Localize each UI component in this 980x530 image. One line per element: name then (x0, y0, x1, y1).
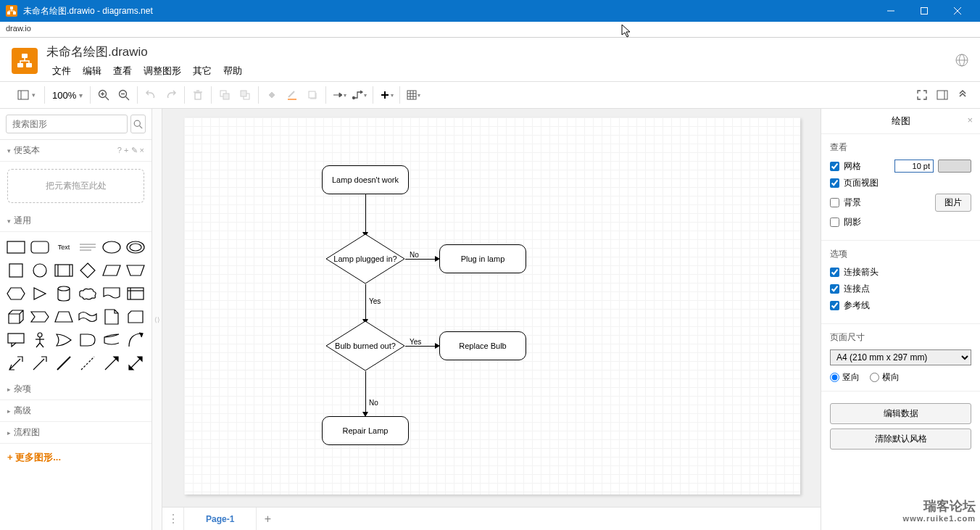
menu-view[interactable]: 查看 (107, 63, 138, 79)
edit-data-button[interactable]: 编辑数据 (830, 403, 971, 424)
shape-line-arrow[interactable] (102, 354, 122, 373)
delete-button[interactable] (188, 85, 208, 105)
menu-extras[interactable]: 其它 (187, 63, 217, 79)
shape-or[interactable] (54, 331, 73, 349)
canvas[interactable]: Lamp doesn't work Lamp plugged in? No Pl… (162, 109, 821, 507)
node-start[interactable]: Lamp doesn't work (322, 165, 409, 194)
node-plug-in[interactable]: Plug in lamp (439, 244, 526, 273)
scratchpad-header[interactable]: ▾便笺本 ? + ✎ × (0, 140, 151, 162)
shape-triangle[interactable] (30, 284, 49, 303)
page-tab-1[interactable]: Page-1 (184, 508, 257, 530)
shape-trapezoid[interactable] (54, 307, 73, 326)
shape-cloud[interactable] (78, 284, 97, 303)
more-shapes-button[interactable]: + 更多图形... (0, 444, 151, 471)
shape-cylinder[interactable] (54, 284, 73, 303)
shape-actor[interactable] (30, 331, 49, 349)
edge[interactable] (365, 284, 366, 320)
shape-link[interactable] (54, 354, 73, 373)
language-icon[interactable] (955, 54, 968, 69)
conn-arrows-checkbox[interactable] (830, 268, 839, 277)
edge[interactable] (405, 346, 436, 347)
minimize-button[interactable] (874, 0, 908, 22)
grid-size-input[interactable] (894, 160, 934, 173)
shape-note[interactable] (102, 307, 122, 326)
scratchpad-actions[interactable]: ? + ✎ × (117, 146, 144, 155)
shape-dashed[interactable] (78, 354, 97, 373)
shape-parallelogram[interactable] (102, 261, 122, 280)
shape-double-ellipse[interactable] (126, 238, 146, 257)
shape-card[interactable] (126, 307, 146, 326)
section-flowchart[interactable]: ▸流程图 (0, 422, 151, 444)
node-decision-plugged[interactable]: Lamp plugged in? (325, 233, 405, 284)
to-front-button[interactable] (215, 85, 235, 105)
section-advanced[interactable]: ▸高级 (0, 400, 151, 422)
conn-points-checkbox[interactable] (830, 284, 839, 294)
search-icon[interactable] (130, 115, 146, 133)
grid-checkbox[interactable] (830, 162, 839, 171)
document-name[interactable]: 未命名绘图.drawio (46, 44, 955, 60)
line-color-button[interactable] (282, 85, 302, 105)
table-button[interactable]: ▾ (403, 85, 423, 105)
close-button[interactable] (941, 0, 974, 22)
page-size-select[interactable]: A4 (210 mm x 297 mm) (830, 349, 971, 365)
section-misc[interactable]: ▸杂项 (0, 378, 151, 400)
add-page-button[interactable]: + (257, 513, 278, 526)
shape-square[interactable] (6, 261, 25, 280)
shape-triangle2[interactable] (126, 261, 146, 280)
fullscreen-button[interactable] (912, 85, 932, 105)
shape-text[interactable]: Text (54, 238, 73, 257)
menu-arrange[interactable]: 调整图形 (138, 63, 187, 79)
clear-style-button[interactable]: 清除默认风格 (830, 428, 971, 450)
portrait-radio[interactable] (830, 373, 839, 382)
shape-rounded-rect[interactable] (30, 238, 49, 257)
close-format-panel-icon[interactable]: × (967, 115, 973, 125)
insert-button[interactable]: ▾ (376, 85, 396, 105)
background-checkbox[interactable] (830, 198, 839, 207)
shape-callout[interactable] (6, 331, 25, 349)
shape-document[interactable] (102, 284, 122, 303)
format-panel-button[interactable] (932, 85, 952, 105)
node-repair[interactable]: Repair Lamp (322, 416, 409, 445)
shape-cube[interactable] (6, 307, 25, 326)
waypoint-style-button[interactable]: ▾ (349, 85, 370, 105)
shape-process[interactable] (54, 261, 73, 280)
pages-menu-button[interactable]: ⋮ (162, 508, 184, 530)
shape-curve[interactable] (126, 331, 146, 349)
shape-step[interactable] (30, 307, 49, 326)
shape-line-bidir[interactable] (126, 354, 146, 373)
collapse-toolbar-button[interactable] (952, 85, 973, 105)
to-back-button[interactable] (235, 85, 255, 105)
guides-checkbox[interactable] (830, 301, 839, 310)
node-decision-bulb[interactable]: Bulb burned out? (325, 320, 405, 371)
zoom-in-button[interactable] (94, 85, 114, 105)
shape-rectangle[interactable] (6, 238, 25, 257)
edge[interactable] (405, 259, 436, 260)
sidebar-toggle-button[interactable] (13, 85, 33, 105)
shape-and[interactable] (78, 331, 97, 349)
shape-diamond[interactable] (78, 261, 97, 280)
menu-file[interactable]: 文件 (46, 63, 77, 79)
collapse-sidebar-handle[interactable]: ⟨⟩ (152, 109, 162, 530)
grid-color-swatch[interactable] (938, 160, 971, 173)
edge[interactable] (365, 371, 366, 413)
zoom-level[interactable]: 100%▾ (48, 90, 87, 101)
menu-help[interactable]: 帮助 (217, 63, 248, 79)
shadow-checkbox[interactable] (830, 218, 839, 227)
search-shapes-input[interactable] (6, 115, 128, 133)
landscape-radio[interactable] (870, 373, 879, 382)
shape-data-store[interactable] (102, 331, 122, 349)
shape-ellipse[interactable] (102, 238, 122, 257)
shape-internal-storage[interactable] (126, 284, 146, 303)
shape-bidir-arrow[interactable] (6, 354, 25, 373)
pageview-checkbox[interactable] (830, 178, 839, 188)
maximize-button[interactable] (908, 0, 941, 22)
shape-circle[interactable] (30, 261, 49, 280)
edge[interactable] (365, 194, 366, 233)
connection-style-button[interactable]: ▾ (329, 85, 349, 105)
redo-button[interactable] (161, 85, 181, 105)
section-general[interactable]: ▾通用 (0, 210, 151, 232)
shadow-button[interactable] (302, 85, 323, 105)
undo-button[interactable] (141, 85, 161, 105)
scratchpad-dropzone[interactable]: 把元素拖至此处 (7, 169, 144, 203)
background-image-button[interactable]: 图片 (935, 194, 971, 212)
